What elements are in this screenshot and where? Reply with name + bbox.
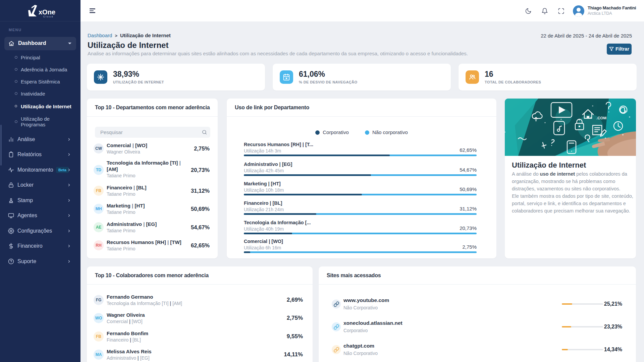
svg-text:Cloud: Cloud	[43, 15, 54, 18]
svg-text:.COM: .COM	[596, 116, 606, 120]
svg-text:xOne: xOne	[39, 8, 55, 16]
